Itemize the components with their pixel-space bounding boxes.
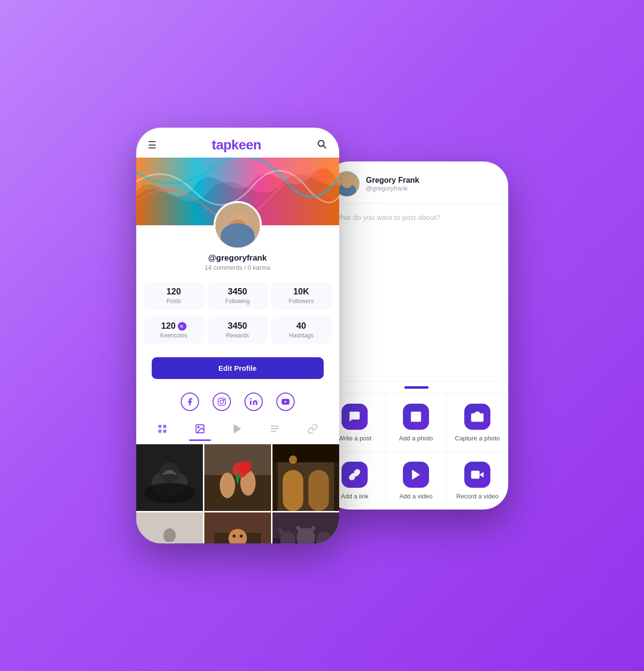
profile-username: @gregoryfrank — [208, 253, 267, 263]
record-video-label: Record a video — [456, 493, 498, 500]
add-link-icon — [342, 462, 368, 488]
post-user-info: Gregory Frank @gregoryfrank — [366, 176, 419, 192]
bottom-handle — [325, 381, 508, 394]
tab-text[interactable] — [264, 420, 286, 440]
post-text-area[interactable]: What do you want to post about? — [325, 204, 508, 381]
stat-rewards-label: Rewards — [212, 332, 264, 339]
svg-rect-7 — [218, 398, 225, 406]
add-video-icon — [403, 462, 429, 488]
tab-grid[interactable] — [151, 420, 173, 440]
svg-rect-68 — [471, 471, 480, 479]
logo-highlight: keen — [231, 137, 261, 152]
svg-rect-15 — [163, 430, 166, 433]
svg-rect-35 — [308, 470, 329, 511]
svg-point-5 — [224, 232, 255, 248]
action-add-photo[interactable]: Add a photo — [386, 394, 447, 452]
stat-posts-number: 120 — [148, 287, 200, 297]
svg-rect-3 — [215, 203, 260, 248]
svg-point-61 — [342, 175, 352, 186]
photo-4[interactable] — [136, 512, 203, 543]
facebook-icon[interactable] — [181, 393, 199, 411]
instagram-icon[interactable] — [213, 393, 231, 411]
svg-point-62 — [337, 187, 357, 196]
stat-followers-label: Followers — [275, 298, 328, 305]
logo-prefix: tap — [212, 137, 231, 152]
svg-point-37 — [288, 455, 297, 464]
svg-point-8 — [220, 400, 224, 404]
svg-marker-67 — [480, 472, 484, 478]
profile-section: @gregoryfrank 14 comments / 0 karma — [136, 225, 339, 277]
svg-point-25 — [143, 483, 195, 503]
photo-5[interactable] — [204, 512, 271, 543]
post-phone: Gregory Frank @gregoryfrank What do you … — [325, 161, 508, 510]
edit-profile-button[interactable]: Edit Profile — [152, 357, 324, 379]
svg-marker-18 — [234, 425, 241, 433]
svg-line-1 — [324, 146, 326, 148]
add-photo-icon — [403, 404, 429, 430]
social-icons-row — [136, 388, 339, 416]
tab-images[interactable] — [189, 420, 211, 440]
svg-point-50 — [232, 535, 235, 538]
menu-icon[interactable]: ☰ — [148, 139, 157, 151]
photo-2[interactable] — [204, 444, 271, 511]
youtube-icon[interactable] — [276, 393, 295, 411]
stat-rewards-number: 3450 — [212, 321, 264, 331]
profile-avatar — [214, 201, 262, 249]
capture-photo-icon — [464, 404, 490, 430]
content-tabs — [136, 416, 339, 444]
tab-links[interactable] — [301, 420, 324, 440]
record-video-icon — [464, 462, 490, 488]
handle-bar — [404, 386, 429, 389]
svg-point-51 — [240, 535, 243, 538]
write-post-label: Write a post — [338, 435, 372, 442]
linkedin-icon[interactable] — [244, 393, 263, 411]
stat-hashtags-label: Hashtags — [275, 332, 328, 339]
svg-point-28 — [219, 472, 235, 498]
svg-rect-14 — [158, 430, 161, 433]
stat-followers[interactable]: 10K Followers — [272, 282, 331, 309]
add-video-label: Add a video — [400, 493, 433, 500]
svg-point-10 — [250, 398, 251, 400]
svg-point-6 — [231, 213, 248, 230]
action-grid: Write a post Add a photo Capture a photo — [325, 394, 508, 510]
svg-point-64 — [413, 414, 415, 416]
svg-rect-34 — [283, 470, 303, 511]
app-header: ☰ tapkeen — [136, 128, 339, 158]
photo-grid — [136, 444, 339, 543]
photo-6[interactable] — [272, 512, 339, 543]
profile-phone: ☰ tapkeen — [136, 128, 339, 543]
stat-followers-number: 10K — [275, 287, 328, 297]
stat-rewards[interactable]: 3450 Rewards — [208, 316, 268, 344]
post-user-handle: @gregoryfrank — [366, 185, 419, 192]
action-add-video[interactable]: Add a video — [386, 452, 447, 510]
profile-meta: 14 comments / 0 karma — [205, 264, 271, 271]
keencoin-badge: K — [178, 322, 186, 331]
capture-photo-label: Capture a photo — [455, 435, 500, 442]
add-photo-label: Add a photo — [399, 435, 433, 442]
stat-posts-label: Posts — [148, 298, 200, 305]
tab-video[interactable] — [226, 420, 248, 440]
svg-point-31 — [239, 461, 251, 473]
action-record-video[interactable]: Record a video — [447, 452, 508, 510]
post-header: Gregory Frank @gregoryfrank — [325, 161, 508, 204]
stat-hashtags-number: 40 — [275, 321, 328, 331]
svg-point-65 — [475, 415, 479, 420]
add-link-label: Add a link — [341, 493, 369, 500]
svg-point-17 — [198, 426, 199, 428]
stat-posts[interactable]: 120 Posts — [144, 282, 204, 309]
write-post-icon — [342, 404, 368, 430]
edit-profile-container: Edit Profile — [136, 349, 339, 388]
stat-following[interactable]: 3450 Following — [208, 282, 268, 309]
stat-keencoins-label: Keencoins — [148, 332, 200, 339]
photo-3[interactable] — [272, 444, 339, 511]
svg-rect-36 — [272, 444, 339, 462]
photo-1[interactable] — [136, 444, 203, 511]
stat-keencoins[interactable]: 120 K Keencoins — [144, 316, 204, 344]
stat-hashtags[interactable]: 40 Hashtags — [272, 316, 331, 344]
stats-grid-top: 120 Posts 3450 Following 10K Followers — [136, 277, 339, 314]
action-capture-photo[interactable]: Capture a photo — [447, 394, 508, 452]
svg-marker-66 — [412, 470, 420, 480]
search-icon[interactable] — [316, 139, 327, 152]
post-user-name: Gregory Frank — [366, 176, 419, 185]
stat-following-label: Following — [212, 298, 264, 305]
